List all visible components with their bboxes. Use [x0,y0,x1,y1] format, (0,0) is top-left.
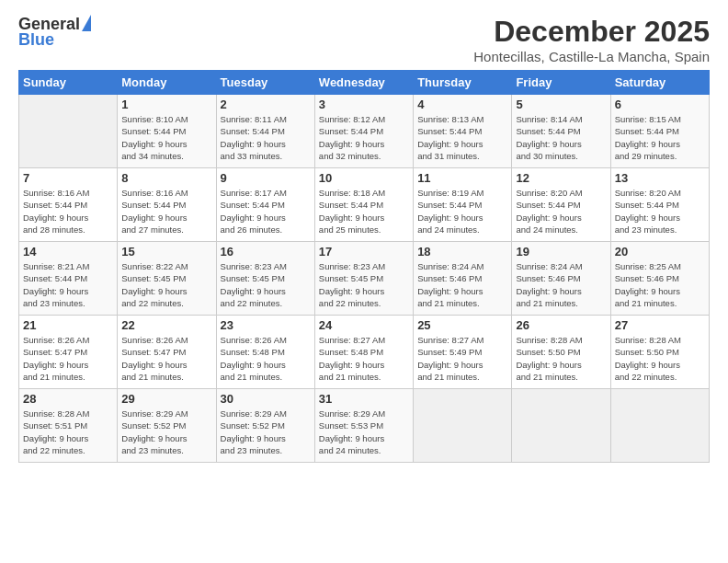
day-detail: Sunrise: 8:22 AM Sunset: 5:45 PM Dayligh… [121,260,211,309]
calendar-cell: 16Sunrise: 8:23 AM Sunset: 5:45 PM Dayli… [216,242,314,316]
week-row-3: 14Sunrise: 8:21 AM Sunset: 5:44 PM Dayli… [19,242,710,316]
calendar-cell: 5Sunrise: 8:14 AM Sunset: 5:44 PM Daylig… [512,95,610,168]
calendar-cell: 1Sunrise: 8:10 AM Sunset: 5:44 PM Daylig… [118,95,216,168]
week-row-1: 1Sunrise: 8:10 AM Sunset: 5:44 PM Daylig… [19,95,710,168]
day-number: 28 [23,392,113,406]
calendar-cell: 23Sunrise: 8:26 AM Sunset: 5:48 PM Dayli… [216,316,314,389]
day-detail: Sunrise: 8:28 AM Sunset: 5:50 PM Dayligh… [615,334,705,383]
day-number: 18 [417,245,507,259]
logo-text: General Blue [18,15,91,50]
day-detail: Sunrise: 8:16 AM Sunset: 5:44 PM Dayligh… [121,187,211,236]
day-detail: Sunrise: 8:17 AM Sunset: 5:44 PM Dayligh… [221,187,311,236]
day-number: 14 [23,245,113,259]
day-number: 12 [516,171,606,185]
day-detail: Sunrise: 8:23 AM Sunset: 5:45 PM Dayligh… [319,260,409,309]
day-detail: Sunrise: 8:20 AM Sunset: 5:44 PM Dayligh… [516,187,606,236]
day-detail: Sunrise: 8:29 AM Sunset: 5:52 PM Dayligh… [121,408,211,456]
day-detail: Sunrise: 8:19 AM Sunset: 5:44 PM Dayligh… [417,187,507,236]
day-number: 19 [516,245,606,259]
day-number: 26 [516,318,606,332]
calendar-cell: 15Sunrise: 8:22 AM Sunset: 5:45 PM Dayli… [118,242,216,316]
day-number: 8 [121,171,211,185]
logo-line2: Blue [18,30,54,50]
calendar-cell: 24Sunrise: 8:27 AM Sunset: 5:48 PM Dayli… [314,316,413,389]
calendar-table: SundayMondayTuesdayWednesdayThursdayFrid… [18,70,710,463]
day-detail: Sunrise: 8:28 AM Sunset: 5:51 PM Dayligh… [23,408,113,456]
calendar-cell: 7Sunrise: 8:16 AM Sunset: 5:44 PM Daylig… [19,168,118,242]
calendar-cell: 9Sunrise: 8:17 AM Sunset: 5:44 PM Daylig… [216,168,314,242]
day-detail: Sunrise: 8:15 AM Sunset: 5:44 PM Dayligh… [615,113,705,162]
calendar-cell [610,389,709,463]
header-day-monday: Monday [118,71,216,95]
header-row-days: SundayMondayTuesdayWednesdayThursdayFrid… [19,71,710,95]
header-day-thursday: Thursday [414,71,512,95]
day-detail: Sunrise: 8:20 AM Sunset: 5:44 PM Dayligh… [615,187,705,236]
logo: General Blue [18,15,91,50]
day-number: 10 [319,171,409,185]
calendar-cell: 20Sunrise: 8:25 AM Sunset: 5:46 PM Dayli… [610,242,709,316]
day-detail: Sunrise: 8:25 AM Sunset: 5:46 PM Dayligh… [615,260,705,309]
header-day-sunday: Sunday [19,71,118,95]
calendar-container: General Blue December 2025 Hontecillas, … [0,0,728,472]
day-detail: Sunrise: 8:27 AM Sunset: 5:49 PM Dayligh… [417,334,507,383]
calendar-title: December 2025 [473,15,710,49]
day-detail: Sunrise: 8:12 AM Sunset: 5:44 PM Dayligh… [319,113,409,162]
calendar-cell: 26Sunrise: 8:28 AM Sunset: 5:50 PM Dayli… [512,316,610,389]
day-number: 20 [615,245,705,259]
day-number: 4 [417,98,507,111]
day-number: 5 [516,98,606,111]
calendar-cell: 3Sunrise: 8:12 AM Sunset: 5:44 PM Daylig… [314,95,413,168]
calendar-cell: 10Sunrise: 8:18 AM Sunset: 5:44 PM Dayli… [314,168,413,242]
day-detail: Sunrise: 8:29 AM Sunset: 5:53 PM Dayligh… [319,408,409,456]
header-day-tuesday: Tuesday [216,71,314,95]
calendar-cell [19,95,118,168]
calendar-header: SundayMondayTuesdayWednesdayThursdayFrid… [19,71,710,95]
day-number: 6 [615,98,705,111]
day-number: 17 [319,245,409,259]
day-detail: Sunrise: 8:23 AM Sunset: 5:45 PM Dayligh… [221,260,311,309]
day-number: 3 [319,98,409,111]
day-number: 7 [23,171,113,185]
header-day-friday: Friday [512,71,610,95]
day-number: 25 [417,318,507,332]
day-number: 31 [319,392,409,406]
header-day-saturday: Saturday [610,71,709,95]
calendar-cell: 18Sunrise: 8:24 AM Sunset: 5:46 PM Dayli… [414,242,512,316]
day-number: 15 [121,245,211,259]
day-number: 1 [121,98,211,111]
day-detail: Sunrise: 8:10 AM Sunset: 5:44 PM Dayligh… [121,113,211,162]
week-row-2: 7Sunrise: 8:16 AM Sunset: 5:44 PM Daylig… [19,168,710,242]
week-row-5: 28Sunrise: 8:28 AM Sunset: 5:51 PM Dayli… [19,389,710,463]
calendar-cell: 11Sunrise: 8:19 AM Sunset: 5:44 PM Dayli… [414,168,512,242]
calendar-cell [414,389,512,463]
calendar-cell: 13Sunrise: 8:20 AM Sunset: 5:44 PM Dayli… [610,168,709,242]
calendar-subtitle: Hontecillas, Castille-La Mancha, Spain [473,49,710,64]
header-day-wednesday: Wednesday [314,71,413,95]
calendar-cell: 4Sunrise: 8:13 AM Sunset: 5:44 PM Daylig… [414,95,512,168]
header-row: General Blue December 2025 Hontecillas, … [18,15,710,64]
day-detail: Sunrise: 8:21 AM Sunset: 5:44 PM Dayligh… [23,260,113,309]
day-number: 16 [221,245,311,259]
calendar-cell: 14Sunrise: 8:21 AM Sunset: 5:44 PM Dayli… [19,242,118,316]
calendar-cell: 22Sunrise: 8:26 AM Sunset: 5:47 PM Dayli… [118,316,216,389]
calendar-cell: 6Sunrise: 8:15 AM Sunset: 5:44 PM Daylig… [610,95,709,168]
day-detail: Sunrise: 8:24 AM Sunset: 5:46 PM Dayligh… [516,260,606,309]
day-detail: Sunrise: 8:26 AM Sunset: 5:48 PM Dayligh… [221,334,311,383]
day-number: 29 [121,392,211,406]
day-number: 22 [121,318,211,332]
day-detail: Sunrise: 8:13 AM Sunset: 5:44 PM Dayligh… [417,113,507,162]
day-number: 23 [221,318,311,332]
calendar-cell: 12Sunrise: 8:20 AM Sunset: 5:44 PM Dayli… [512,168,610,242]
day-number: 27 [615,318,705,332]
day-detail: Sunrise: 8:24 AM Sunset: 5:46 PM Dayligh… [417,260,507,309]
day-detail: Sunrise: 8:18 AM Sunset: 5:44 PM Dayligh… [319,187,409,236]
calendar-cell: 28Sunrise: 8:28 AM Sunset: 5:51 PM Dayli… [19,389,118,463]
calendar-cell: 17Sunrise: 8:23 AM Sunset: 5:45 PM Dayli… [314,242,413,316]
title-block: December 2025 Hontecillas, Castille-La M… [473,15,710,64]
day-detail: Sunrise: 8:27 AM Sunset: 5:48 PM Dayligh… [319,334,409,383]
calendar-cell: 2Sunrise: 8:11 AM Sunset: 5:44 PM Daylig… [216,95,314,168]
day-detail: Sunrise: 8:16 AM Sunset: 5:44 PM Dayligh… [23,187,113,236]
day-number: 9 [221,171,311,185]
calendar-cell: 19Sunrise: 8:24 AM Sunset: 5:46 PM Dayli… [512,242,610,316]
day-number: 21 [23,318,113,332]
